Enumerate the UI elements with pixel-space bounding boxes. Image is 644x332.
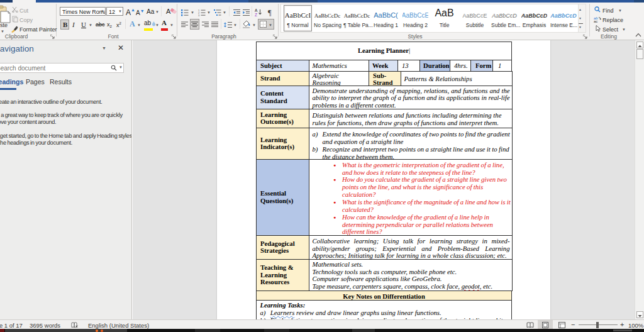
svg-text:Z: Z (255, 13, 257, 16)
svg-text:A: A (255, 8, 258, 13)
svg-text:ac: ac (594, 19, 597, 23)
svg-text:3: 3 (198, 14, 200, 16)
